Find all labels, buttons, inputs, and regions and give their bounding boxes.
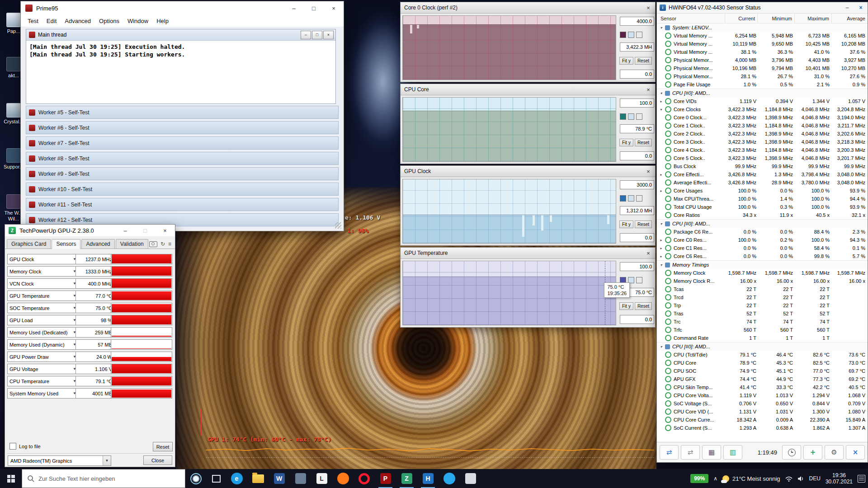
hwinfo-sensor-row[interactable]: Physical Memor...4,000 MB3,796 MB4,403 M…	[657, 56, 868, 64]
reset-button[interactable]: Reset	[635, 139, 652, 146]
close-icon[interactable]: ×	[643, 86, 653, 93]
sensor-select[interactable]: CPU Temperature▼	[7, 376, 79, 386]
sensor-select[interactable]: System Memory Used▼	[7, 388, 79, 399]
hwinfo-sensor-row[interactable]: Core 1 Clock..3,422.3 MHz1,184.8 MHz4,04…	[657, 122, 868, 130]
task-view-button[interactable]	[206, 469, 226, 488]
hwinfo-sensor-row[interactable]: Max CPU/Threa...100.0 %1.4 %100.0 %94.4 …	[657, 195, 868, 203]
sensors-reset-button[interactable]: Reset	[153, 442, 173, 451]
close-icon[interactable]: ×	[324, 1, 344, 15]
fit-y-button[interactable]: Fit y	[619, 221, 633, 228]
maximize-icon[interactable]: □	[135, 225, 155, 236]
sensor-select[interactable]: SOC Temperature▼	[7, 303, 79, 313]
start-button[interactable]	[0, 469, 22, 488]
hwinfo-sensor-row[interactable]: Core Ratios34.3 x11.9 x40.5 x32.1 x	[657, 211, 868, 219]
worker-window-titlebar[interactable]: Worker #5 - Self-Test	[26, 106, 339, 119]
hwinfo-sensor-row[interactable]: SoC Current (S...1.293 A0.638 A1.862 A1.…	[657, 424, 868, 432]
column-sensor[interactable]: Sensor	[657, 14, 725, 23]
child-close-icon[interactable]: ×	[323, 31, 334, 39]
sensor-select[interactable]: Memory Used (Dedicated)▼	[7, 327, 79, 338]
hwinfo-titlebar[interactable]: i HWiNFO64 v7.02-4430 Sensor Status – ×	[657, 2, 868, 14]
hwinfo-sensor-row[interactable]: CPU Core Curre...18.342 A0.009 A22.390 A…	[657, 416, 868, 424]
menu-advanced[interactable]: Advanced	[61, 18, 95, 24]
hwinfo-sensor-row[interactable]: ▸Core VIDs1.119 V0.394 V1.344 V1.057 V	[657, 97, 868, 105]
graph-ymin-field[interactable]: 0.0	[620, 315, 654, 324]
worker-window-titlebar[interactable]: Worker #11 - Self-Test	[26, 198, 339, 211]
reset-button[interactable]: Reset	[635, 302, 652, 310]
resize-grip[interactable]	[335, 222, 341, 229]
fit-y-button[interactable]: Fit y	[619, 57, 633, 65]
chevron-right-icon[interactable]: ▸	[658, 189, 664, 193]
taskbar-app-edge[interactable]: e	[226, 469, 247, 488]
sensor-select[interactable]: GPU Clock▼	[7, 254, 79, 264]
graph-ymax-field[interactable]: 3000.0	[620, 180, 654, 189]
menu-edit[interactable]: Edit	[42, 18, 61, 24]
minimize-icon[interactable]: –	[284, 1, 304, 15]
hwinfo-sensor-row[interactable]: Total CPU Usage100.0 %0.3 %100.0 %93.9 %	[657, 203, 868, 211]
hwinfo-sensor-row[interactable]: Core 5 Clock..3,422.3 MHz1,398.9 MHz4,04…	[657, 154, 868, 162]
taskbar-app-telegram[interactable]	[439, 469, 460, 488]
taskbar-app-hwinfo[interactable]: H	[417, 469, 439, 488]
graph-window-titlebar[interactable]: CPU Core ×	[401, 84, 655, 95]
minimize-icon[interactable]: –	[115, 225, 135, 236]
gpuz-titlebar[interactable]: Z TechPowerUp GPU-Z 2.38.0 – □ ×	[5, 225, 175, 236]
hwinfo-sensor-row[interactable]: ▸Core C0 Res...100.0 %0.2 %100.0 %94.3 %	[657, 236, 868, 244]
hwinfo-sensor-row[interactable]: ▸Core Usages100.0 %0.0 %100.0 %93.9 %	[657, 187, 868, 195]
tab-graphics-card[interactable]: Graphics Card	[7, 239, 51, 249]
notification-center-icon[interactable]	[858, 475, 865, 483]
language-indicator[interactable]: DEU	[809, 475, 821, 482]
reset-button[interactable]: Reset	[635, 221, 652, 228]
hidden-icons-chevron[interactable]: ∧	[713, 475, 717, 482]
add-log-button[interactable]: +	[803, 445, 822, 460]
grid-color-swatch[interactable]	[636, 195, 642, 202]
chevron-right-icon[interactable]: ▸	[658, 246, 664, 250]
hwinfo-sensor-row[interactable]: Trfc560 T560 T560 T	[657, 326, 868, 334]
tab-validation[interactable]: Validation	[116, 239, 148, 249]
column-maximum[interactable]: Maximum	[794, 14, 831, 23]
sensor-select[interactable]: Memory Clock▼	[7, 266, 79, 277]
taskbar-app-prime95[interactable]: P	[375, 469, 396, 488]
reorder-button[interactable]: ⇄	[681, 445, 700, 460]
hwinfo-sensor-row[interactable]: Package C6 Re...0.0 %0.0 %88.4 %2.3 %	[657, 228, 868, 236]
worker-window-titlebar[interactable]: Worker #10 - Self-Test	[26, 183, 339, 196]
column-average[interactable]: Average	[831, 14, 868, 23]
hwinfo-sensor-row[interactable]: Virtual Memory ...10,119 MB9,650 MB10,42…	[657, 40, 868, 48]
menu-test[interactable]: Test	[24, 18, 42, 24]
series-color-swatch[interactable]	[620, 195, 626, 202]
hwinfo-sensor-row[interactable]: CPU Core78.9 °C45.3 °C82.5 °C73.0 °C	[657, 359, 868, 367]
graph-ymin-field[interactable]: 0.0	[620, 233, 654, 242]
maximize-icon[interactable]: □	[304, 1, 324, 15]
hwinfo-sensor-row[interactable]: Trc74 T74 T74 T	[657, 318, 868, 326]
taskbar-app-libreoffice[interactable]: L	[311, 469, 332, 488]
hwinfo-sensor-row[interactable]: SoC Voltage (S...0.706 V0.650 V0.844 V0.…	[657, 399, 868, 408]
hwinfo-sensor-row[interactable]: Virtual Memory ...6,254 MB5,948 MB6,723 …	[657, 32, 868, 40]
sensor-select[interactable]: GPU Voltage▼	[7, 364, 79, 374]
volume-icon[interactable]	[797, 476, 804, 482]
hwinfo-section-row[interactable]: ▾CPU [#0]: AMD...	[657, 89, 868, 97]
sensor-select[interactable]: GPU Load▼	[7, 315, 79, 325]
series-color-swatch[interactable]	[620, 32, 626, 38]
hwinfo-sensor-row[interactable]: Core 4 Clock..3,422.3 MHz1,184.8 MHz4,04…	[657, 146, 868, 154]
column-minimum[interactable]: Minimum	[757, 14, 794, 23]
sensor-select[interactable]: GPU Temperature▼	[7, 291, 79, 301]
tab-sensors[interactable]: Sensors	[52, 239, 80, 249]
hwinfo-sensor-row[interactable]: CPU SOC74.9 °C45.1 °C77.0 °C69.7 °C	[657, 367, 868, 375]
reset-button[interactable]: Reset	[635, 57, 652, 65]
monitor-view-button[interactable]: ▦	[702, 445, 721, 460]
taskbar-app-mail[interactable]	[460, 469, 481, 488]
battery-badge[interactable]: 99%	[690, 474, 708, 483]
search-input[interactable]: Zur Suche Text hier eingeben	[22, 469, 185, 488]
minimize-icon[interactable]: –	[840, 2, 854, 13]
menu-help[interactable]: Help	[152, 18, 173, 24]
menu-window[interactable]: Window	[123, 18, 152, 24]
hwinfo-sensor-row[interactable]: Page File Usage1.0 %0.5 %2.1 %0.9 %	[657, 80, 868, 89]
swap-columns-button[interactable]: ⇄	[660, 445, 679, 460]
chevron-right-icon[interactable]: ▸	[658, 173, 664, 177]
fit-y-button[interactable]: Fit y	[619, 139, 633, 146]
chevron-right-icon[interactable]: ▸	[658, 99, 664, 103]
hwinfo-sensor-row[interactable]: Command Rate1 T1 T1 T	[657, 334, 868, 342]
hwinfo-sensor-row[interactable]: ▸Core Effecti...3,426.8 MHz1.3 MHz3,798.…	[657, 170, 868, 178]
gpuz-close-button[interactable]: Close	[143, 455, 172, 465]
hwinfo-section-row[interactable]: ▾CPU [#0]: AMD...	[657, 342, 868, 351]
hwinfo-sensor-row[interactable]: ▸Core C6 Res...0.0 %0.0 %99.8 %5.7 %	[657, 252, 868, 260]
prime95-titlebar[interactable]: Prime95 – □ ×	[21, 1, 344, 15]
